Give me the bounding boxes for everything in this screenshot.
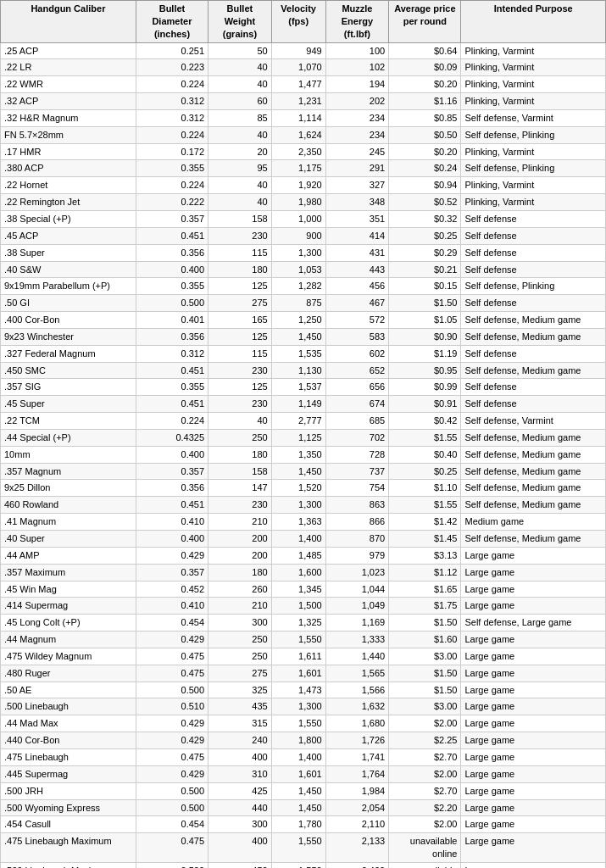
table-row: .38 Super0.3561151,300431$0.29Self defen… [1,244,606,261]
table-cell: 456 [325,278,389,295]
table-cell: 9x25 Dillon [1,480,136,497]
table-cell: 0.356 [136,328,208,345]
table-cell: 702 [325,429,389,446]
table-cell: 0.429 [136,732,208,749]
table-row: .17 HMR0.172202,350245$0.20Plinking, Var… [1,143,606,160]
table-cell: 0.224 [136,76,208,93]
table-cell: .414 Supermag [1,598,136,615]
table-cell: 1,440 [325,648,389,665]
table-cell: 1,114 [271,109,325,126]
table-cell: .32 ACP [1,93,136,110]
table-cell: 754 [325,480,389,497]
table-cell: Large game [461,698,606,715]
table-cell: 1,023 [325,564,389,581]
table-cell: 9x19mm Parabellum (+P) [1,278,136,295]
table-row: .44 Special (+P)0.43252501,125702$1.55Se… [1,429,606,446]
table-cell: $0.90 [389,328,461,345]
table-cell: 40 [208,76,272,93]
table-row: .32 H&R Magnum0.312851,114234$0.85Self d… [1,109,606,126]
table-cell: Large game [461,598,606,615]
table-row: .475 Wildey Magnum0.4752501,6111,440$3.0… [1,648,606,665]
table-cell: 20 [208,143,272,160]
table-cell: 40 [208,413,272,430]
table-cell: .445 Supermag [1,765,136,782]
table-cell: $0.40 [389,446,461,463]
table-row: .25 ACP0.25150949100$0.64Plinking, Varmi… [1,42,606,59]
col-header-weight: Bullet Weight (grains) [208,1,272,43]
table-cell: Large game [461,682,606,698]
table-cell: 351 [325,210,389,227]
table-row: .480 Ruger0.4752751,6011,565$1.50Large g… [1,665,606,682]
table-cell: 1,450 [271,799,325,816]
table-cell: Large game [461,732,606,749]
table-cell: 0.401 [136,312,208,329]
table-cell: Self defense [461,295,606,312]
table-cell: 728 [325,446,389,463]
table-cell: 1,920 [271,177,325,194]
table-cell: $3.00 [389,698,461,715]
table-cell: 1,363 [271,514,325,531]
table-cell: 230 [208,497,272,514]
table-cell: 0.429 [136,765,208,782]
table-cell: .45 Super [1,396,136,413]
table-cell: $0.95 [389,362,461,379]
table-cell: .500 JRH [1,782,136,799]
table-cell: 1,550 [271,715,325,732]
table-row: .500 JRH0.5004251,4501,984$2.70Large gam… [1,782,606,799]
table-cell: 1,565 [325,665,389,682]
table-row: .22 Remington Jet0.222401,980348$0.52Pli… [1,194,606,211]
table-cell: 1,477 [271,76,325,93]
table-cell: 1,680 [325,715,389,732]
table-cell: 50 [208,42,272,59]
table-cell: 0.475 [136,648,208,665]
table-cell: 291 [325,160,389,177]
table-cell: .44 Mad Max [1,715,136,732]
table-cell: .380 ACP [1,160,136,177]
table-row: FN 5.7×28mm0.224401,624234$0.50Self defe… [1,126,606,143]
col-header-energy: Muzzle Energy (ft.lbf) [325,1,389,43]
table-cell: 0.400 [136,261,208,278]
table-cell: 125 [208,379,272,396]
table-cell: .500 Wyoming Express [1,799,136,816]
table-cell: 234 [325,109,389,126]
table-cell: $3.00 [389,648,461,665]
table-cell: .357 Maximum [1,564,136,581]
table-cell: 1,325 [271,615,325,632]
table-cell: 0.355 [136,379,208,396]
table-cell: 95 [208,160,272,177]
table-cell: $1.05 [389,312,461,329]
table-cell: 1,624 [271,126,325,143]
table-cell: 158 [208,210,272,227]
table-row: .500 Wyoming Express0.5004401,4502,054$2… [1,799,606,816]
table-cell: .440 Cor-Bon [1,732,136,749]
table-cell: Self defense [461,227,606,244]
table-cell: Large game [461,648,606,665]
table-cell: $0.20 [389,143,461,160]
table-row: .45 Long Colt (+P)0.4543001,3251,169$1.5… [1,615,606,632]
table-cell: Large game [461,632,606,648]
table-cell: $1.12 [389,564,461,581]
table-cell: 1,485 [271,547,325,564]
table-cell: $0.99 [389,379,461,396]
table-cell: unavailable online [389,862,461,868]
table-cell: 1,175 [271,160,325,177]
table-cell: 250 [208,648,272,665]
table-cell: 40 [208,194,272,211]
table-cell: 0.451 [136,362,208,379]
table-cell: 435 [208,698,272,715]
table-cell: 572 [325,312,389,329]
table-cell: 40 [208,59,272,76]
table-cell: $2.25 [389,732,461,749]
table-row: .454 Casull0.4543001,7802,110$2.00Large … [1,816,606,833]
table-cell: Self defense [461,379,606,396]
table-cell: 158 [208,463,272,480]
table-cell: .44 Special (+P) [1,429,136,446]
table-cell: 1,520 [271,480,325,497]
table-cell: .50 AE [1,682,136,698]
table-cell: 2,350 [271,143,325,160]
table-cell: 0.312 [136,93,208,110]
table-row: .500 Linebaugh Maximum0.5004501,5502,400… [1,862,606,868]
table-cell: $0.94 [389,177,461,194]
table-cell: 200 [208,547,272,564]
table-cell: 656 [325,379,389,396]
